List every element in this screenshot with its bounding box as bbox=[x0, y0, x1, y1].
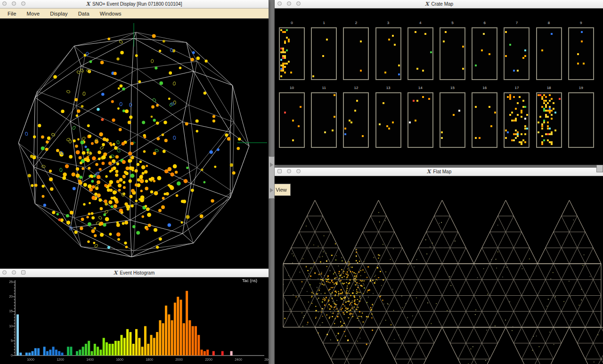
crate-number-label: 10 bbox=[279, 86, 305, 90]
crate-box-17[interactable] bbox=[504, 92, 530, 148]
crate-hit bbox=[545, 104, 547, 106]
crate-box-12[interactable] bbox=[343, 92, 369, 148]
crate-box-19[interactable] bbox=[568, 92, 594, 148]
crate-hit bbox=[551, 114, 553, 116]
crate-box-14[interactable] bbox=[407, 92, 433, 148]
window-control-icon[interactable] bbox=[12, 1, 16, 6]
window-control-icon[interactable] bbox=[277, 1, 282, 6]
crate-hit bbox=[475, 65, 477, 66]
window-control-icon[interactable] bbox=[12, 270, 16, 275]
x-axis-tick-label: 2600 bbox=[264, 358, 269, 361]
event-histogram-titlebar[interactable]: X Event Histogram bbox=[0, 269, 269, 277]
y-axis-tick-label: 0 bbox=[2, 354, 13, 357]
crate-hit bbox=[505, 137, 507, 139]
crate-number-label: 14 bbox=[407, 86, 433, 90]
crate-hit bbox=[547, 121, 549, 123]
crate-box-3[interactable] bbox=[375, 27, 401, 80]
x-axis-tick-label: 2200 bbox=[205, 358, 212, 361]
crate-hit bbox=[577, 63, 579, 65]
window-control-icon[interactable] bbox=[287, 1, 291, 6]
crate-hit bbox=[334, 116, 335, 118]
crate-hit bbox=[517, 114, 519, 116]
crate-hit bbox=[515, 133, 517, 135]
crate-hit bbox=[384, 72, 386, 73]
window-resize-corner[interactable] bbox=[596, 165, 603, 172]
crate-map-titlebar[interactable]: X Crate Map bbox=[275, 0, 603, 8]
window-sash[interactable] bbox=[269, 156, 275, 199]
crate-hit bbox=[521, 133, 522, 135]
crate-box-13[interactable] bbox=[375, 92, 401, 148]
crate-hit bbox=[416, 100, 418, 102]
crate-hit bbox=[515, 108, 517, 110]
crate-hit bbox=[344, 133, 346, 135]
crate-number-label: 6 bbox=[472, 21, 497, 25]
crate-number-label: 11 bbox=[311, 86, 337, 90]
window-controls bbox=[277, 169, 301, 173]
crate-hit bbox=[489, 53, 490, 55]
crate-box-18[interactable] bbox=[536, 92, 562, 148]
crate-hit bbox=[524, 49, 526, 51]
window-control-icon[interactable] bbox=[277, 169, 282, 173]
menu-item-move[interactable]: Move bbox=[22, 11, 45, 16]
crate-box-2[interactable] bbox=[343, 27, 369, 80]
crate-map-window: X Crate Map 0123456789101112131415161718… bbox=[275, 0, 603, 164]
crate-hit bbox=[551, 98, 553, 100]
crate-hit bbox=[543, 139, 545, 141]
crate-box-11[interactable] bbox=[311, 92, 337, 148]
crate-hit bbox=[416, 68, 418, 70]
window-control-icon[interactable] bbox=[21, 1, 25, 6]
crate-hit bbox=[398, 73, 400, 75]
crate-box-8[interactable] bbox=[536, 27, 562, 80]
crate-hit bbox=[541, 96, 543, 98]
crate-hit bbox=[415, 31, 416, 33]
crate-hit bbox=[551, 133, 553, 135]
crate-box-10[interactable] bbox=[279, 92, 305, 148]
window-control-icon[interactable] bbox=[287, 169, 291, 173]
crate-hit bbox=[422, 96, 424, 98]
crate-map-title-text: Crate Map bbox=[431, 1, 453, 7]
crate-box-15[interactable] bbox=[440, 92, 465, 148]
x11-logo-icon: X bbox=[114, 270, 118, 275]
crate-box-6[interactable] bbox=[472, 27, 497, 80]
crate-hit bbox=[581, 40, 583, 42]
crate-hit bbox=[332, 129, 334, 131]
crate-box-9[interactable] bbox=[568, 27, 594, 80]
crate-number-label: 18 bbox=[536, 86, 562, 90]
crate-box-4[interactable] bbox=[407, 27, 433, 80]
event-display-titlebar[interactable]: X SNO+ Event Display [Run 071800 010104] bbox=[0, 0, 269, 8]
window-control-icon[interactable] bbox=[2, 270, 7, 275]
crate-hit bbox=[398, 65, 400, 66]
crate-box-5[interactable] bbox=[440, 27, 465, 80]
crate-box-0[interactable] bbox=[279, 27, 305, 80]
crate-map-view[interactable]: 012345678910111213141516171819 bbox=[275, 8, 603, 165]
crate-hit bbox=[541, 143, 543, 145]
window-control-icon[interactable] bbox=[21, 270, 25, 275]
flat-map-titlebar[interactable]: X Flat Map bbox=[275, 168, 603, 176]
crate-hit bbox=[547, 128, 549, 129]
crate-box-16[interactable] bbox=[472, 92, 497, 148]
crate-hit bbox=[541, 128, 543, 129]
crate-hit bbox=[583, 63, 585, 65]
crate-box-1[interactable] bbox=[311, 27, 337, 80]
crate-hit bbox=[326, 39, 328, 40]
menu-item-data[interactable]: Data bbox=[73, 11, 95, 16]
crate-hit bbox=[517, 102, 519, 104]
crate-hit bbox=[282, 66, 284, 68]
window-control-icon[interactable] bbox=[296, 169, 301, 173]
view-menu-button[interactable]: View bbox=[275, 184, 291, 196]
crate-hit bbox=[415, 120, 416, 121]
crate-hit bbox=[388, 128, 390, 129]
crate-hit bbox=[549, 133, 551, 135]
menu-item-file[interactable]: File bbox=[2, 11, 22, 16]
crate-hit bbox=[524, 133, 526, 135]
crate-hit bbox=[524, 118, 526, 120]
crate-box-7[interactable] bbox=[504, 27, 530, 80]
detector-sphere-view[interactable] bbox=[0, 19, 269, 269]
flat-map-view[interactable] bbox=[275, 176, 603, 364]
window-control-icon[interactable] bbox=[296, 1, 301, 6]
menu-item-windows[interactable]: Windows bbox=[95, 11, 127, 16]
crate-hit bbox=[538, 121, 539, 123]
histogram-plot[interactable] bbox=[0, 277, 269, 364]
menu-item-display[interactable]: Display bbox=[45, 11, 73, 16]
window-control-icon[interactable] bbox=[2, 1, 7, 6]
